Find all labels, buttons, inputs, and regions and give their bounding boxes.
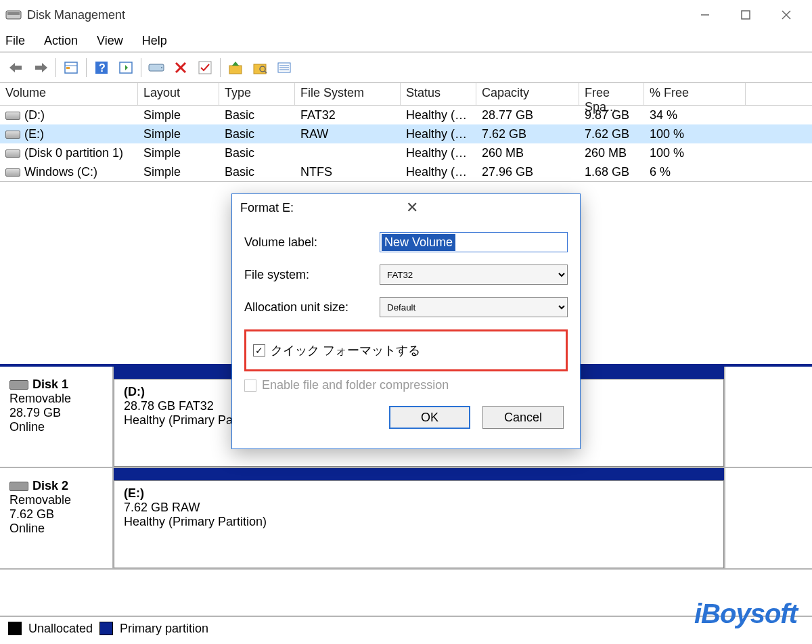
col-pctfree[interactable]: % Free bbox=[644, 83, 746, 105]
close-button[interactable] bbox=[766, 2, 807, 28]
cell: Basic bbox=[219, 165, 295, 179]
cell: Simple bbox=[138, 146, 219, 160]
cell: 7.62 GB bbox=[579, 127, 644, 141]
col-status[interactable]: Status bbox=[401, 83, 476, 105]
cell: Healthy (P... bbox=[401, 108, 476, 122]
menu-file[interactable]: File bbox=[5, 34, 25, 48]
quick-format-label: クイック フォーマットする bbox=[271, 342, 420, 359]
table-row[interactable]: (E:)SimpleBasicRAWHealthy (P...7.62 GB7.… bbox=[0, 124, 812, 143]
delete-icon[interactable] bbox=[170, 57, 191, 78]
menu-action[interactable]: Action bbox=[44, 34, 78, 48]
cell: Simple bbox=[138, 165, 219, 179]
table-row[interactable]: (D:)SimpleBasicFAT32Healthy (P...28.77 G… bbox=[0, 106, 812, 124]
col-volume[interactable]: Volume bbox=[0, 83, 138, 105]
menubar: File Action View Help bbox=[0, 30, 812, 53]
col-freespace[interactable]: Free Spa... bbox=[579, 83, 644, 105]
watermark: iBoysoft bbox=[694, 599, 797, 629]
volume-label-input[interactable]: New Volume bbox=[380, 232, 568, 252]
folder-up-icon[interactable] bbox=[225, 57, 246, 78]
svg-marker-23 bbox=[232, 62, 239, 66]
cell: 260 MB bbox=[579, 146, 644, 160]
svg-rect-7 bbox=[14, 66, 22, 70]
cell: 100 % bbox=[644, 146, 746, 160]
titlebar: Disk Management bbox=[0, 0, 812, 30]
cell: Simple bbox=[138, 127, 219, 141]
volume-icon bbox=[5, 112, 20, 120]
cell: Healthy (B... bbox=[401, 165, 476, 179]
back-icon[interactable] bbox=[5, 57, 27, 78]
compression-label: Enable file and folder compression bbox=[262, 378, 449, 392]
refresh-icon[interactable] bbox=[115, 57, 137, 78]
disk-icon bbox=[9, 380, 28, 390]
legend-unallocated: Unallocated bbox=[28, 622, 93, 636]
close-icon[interactable]: ✕ bbox=[406, 199, 572, 216]
disk-info[interactable]: Disk 2 Removable 7.62 GB Online bbox=[0, 468, 114, 568]
col-filesystem[interactable]: File System bbox=[295, 83, 401, 105]
table-header: Volume Layout Type File System Status Ca… bbox=[0, 83, 812, 106]
menu-help[interactable]: Help bbox=[142, 34, 167, 48]
folder-search-icon[interactable] bbox=[249, 57, 271, 78]
cell: NTFS bbox=[295, 165, 401, 179]
table-row[interactable]: Windows (C:)SimpleBasicNTFSHealthy (B...… bbox=[0, 162, 812, 181]
disk-size: 28.79 GB bbox=[9, 406, 103, 420]
properties-icon[interactable] bbox=[60, 57, 82, 78]
list-icon[interactable] bbox=[273, 57, 295, 78]
cell: 260 MB bbox=[476, 146, 579, 160]
cell: Basic bbox=[219, 108, 295, 122]
disk-info[interactable]: Disk 1 Removable 28.79 GB Online bbox=[0, 367, 114, 467]
cell: 6 % bbox=[644, 165, 746, 179]
allocation-size-label: Allocation unit size: bbox=[244, 300, 380, 315]
dialog-title: Format E: bbox=[240, 201, 406, 215]
file-system-label: File system: bbox=[244, 268, 380, 282]
svg-rect-21 bbox=[199, 62, 211, 74]
allocation-size-select[interactable]: Default bbox=[380, 297, 568, 317]
cell: Windows (C:) bbox=[0, 165, 138, 179]
cell: (E:) bbox=[0, 127, 138, 141]
compression-row: Enable file and folder compression bbox=[244, 378, 568, 392]
cell: 27.96 GB bbox=[476, 165, 579, 179]
partition-status: Healthy (Primary Partition) bbox=[124, 515, 714, 529]
svg-marker-16 bbox=[125, 65, 128, 70]
volume-icon bbox=[5, 150, 20, 158]
volume-icon bbox=[5, 168, 20, 177]
legend: Unallocated Primary partition bbox=[0, 616, 812, 640]
swatch-unallocated bbox=[8, 622, 22, 635]
cell: 100 % bbox=[644, 127, 746, 141]
cell: Healthy (E... bbox=[401, 146, 476, 160]
table-row[interactable]: (Disk 0 partition 1)SimpleBasicHealthy (… bbox=[0, 143, 812, 162]
forward-icon[interactable] bbox=[30, 57, 51, 78]
drive-icon[interactable] bbox=[145, 57, 167, 78]
col-layout[interactable]: Layout bbox=[138, 83, 219, 105]
cell: (Disk 0 partition 1) bbox=[0, 146, 138, 160]
swatch-primary bbox=[99, 622, 113, 635]
quick-format-row[interactable]: ✓ クイック フォーマットする bbox=[253, 342, 559, 359]
maximize-button[interactable] bbox=[725, 2, 766, 28]
cell: 28.77 GB bbox=[476, 108, 579, 122]
col-type[interactable]: Type bbox=[219, 83, 295, 105]
cell: 7.62 GB bbox=[476, 127, 579, 141]
cell: Healthy (P... bbox=[401, 127, 476, 141]
ok-button[interactable]: OK bbox=[389, 406, 470, 429]
cell: Simple bbox=[138, 108, 219, 122]
check-icon[interactable] bbox=[194, 57, 216, 78]
help-icon[interactable]: ? bbox=[91, 57, 112, 78]
file-system-select[interactable]: FAT32 bbox=[380, 264, 568, 285]
dialog-titlebar: Format E: ✕ bbox=[232, 194, 580, 221]
app-icon bbox=[5, 8, 22, 22]
partition-box[interactable]: (E:) 7.62 GB RAW Healthy (Primary Partit… bbox=[114, 480, 724, 568]
svg-rect-3 bbox=[742, 11, 750, 19]
cell: 34 % bbox=[644, 108, 746, 122]
disk-state: Online bbox=[9, 420, 103, 434]
quick-format-checkbox[interactable]: ✓ bbox=[253, 344, 265, 356]
cell: 1.68 GB bbox=[579, 165, 644, 179]
volume-icon bbox=[5, 131, 20, 139]
cell: (D:) bbox=[0, 108, 138, 122]
cancel-button[interactable]: Cancel bbox=[482, 406, 564, 429]
svg-point-18 bbox=[161, 67, 162, 68]
col-capacity[interactable]: Capacity bbox=[476, 83, 579, 105]
disk-size: 7.62 GB bbox=[9, 507, 103, 522]
minimize-button[interactable] bbox=[685, 2, 725, 28]
svg-rect-1 bbox=[7, 12, 20, 15]
menu-view[interactable]: View bbox=[97, 34, 123, 48]
svg-rect-9 bbox=[35, 66, 43, 70]
